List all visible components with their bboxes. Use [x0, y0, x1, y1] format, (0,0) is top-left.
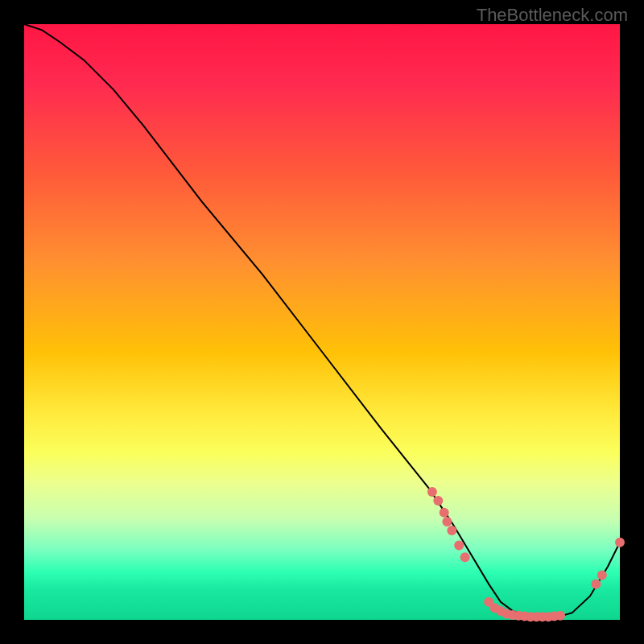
- data-marker: [427, 487, 437, 497]
- data-marker: [433, 496, 443, 506]
- plot-area: [24, 24, 620, 620]
- bottleneck-curve-line: [24, 24, 620, 617]
- data-marker: [615, 538, 625, 547]
- data-marker: [447, 526, 456, 535]
- chart-svg: [24, 24, 620, 620]
- data-markers: [427, 487, 625, 621]
- data-marker: [597, 571, 607, 580]
- data-marker: [591, 580, 601, 589]
- data-marker: [454, 541, 464, 551]
- data-marker: [442, 517, 452, 526]
- data-marker: [440, 508, 449, 518]
- data-marker: [460, 552, 470, 562]
- watermark-text: TheBottleneck.com: [477, 5, 628, 26]
- data-marker: [555, 611, 565, 621]
